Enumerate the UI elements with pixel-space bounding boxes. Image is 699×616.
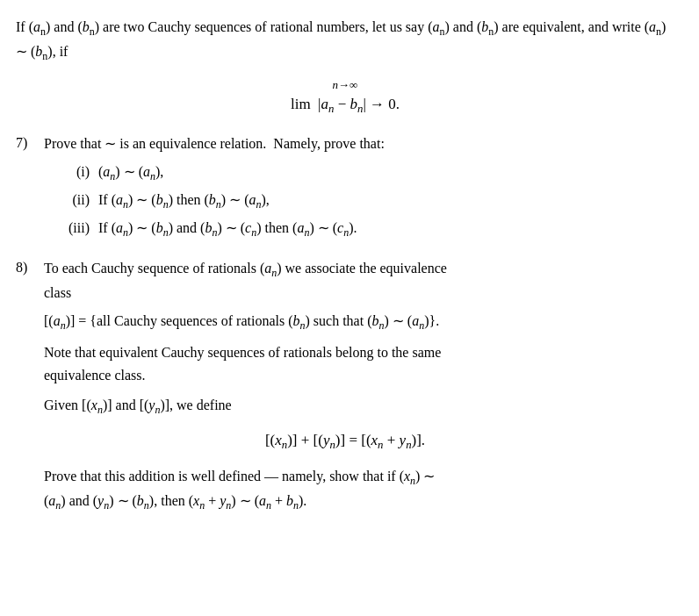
subitem-iii-text: If (an) ∼ (bn) and (bn) ∼ (cn) then (an)… xyxy=(98,220,357,235)
problem-8-number: 8) xyxy=(16,257,44,278)
problem-8-text: To each Cauchy sequence of rationals (an… xyxy=(44,257,674,304)
set-definition: [(an)] = {all Cauchy sequences of ration… xyxy=(44,310,674,334)
subitem-iii: (iii) If (an) ∼ (bn) and (bn) ∼ (cn) the… xyxy=(58,216,674,242)
subitem-ii: (ii) If (an) ∼ (bn) then (bn) ∼ (an), xyxy=(58,188,674,214)
addition-formula: [(xn)] + [(yn)] = [(xn + yn)]. xyxy=(16,429,674,455)
problem-7-number: 7) xyxy=(16,133,44,154)
problem-7-subitems: (i) (an) ∼ (an), (ii) If (an) ∼ (bn) the… xyxy=(58,160,674,241)
limit-formula: n→∞ lim |an − bn| → 0. xyxy=(16,76,674,118)
intro-text: If (an) and (bn) are two Cauchy sequence… xyxy=(16,19,666,59)
subitem-i-label: (i) xyxy=(58,160,90,183)
problem-8: 8) To each Cauchy sequence of rationals … xyxy=(16,257,674,514)
limit-subscript: n→∞ xyxy=(291,76,400,94)
problem-8-header: 8) To each Cauchy sequence of rationals … xyxy=(16,257,674,304)
prove-text: Prove that this addition is well defined… xyxy=(44,465,674,515)
subitem-i-text: (an) ∼ (an), xyxy=(98,164,163,179)
subitem-ii-text: If (an) ∼ (bn) then (bn) ∼ (an), xyxy=(98,192,270,207)
intro-paragraph: If (an) and (bn) are two Cauchy sequence… xyxy=(16,16,674,66)
given-text: Given [(xn)] and [(yn)], we define xyxy=(44,394,674,419)
subitem-iii-label: (iii) xyxy=(58,216,90,240)
note-text: Note that equivalent Cauchy sequences of… xyxy=(44,341,674,386)
limit-expression: lim |an − bn| → 0. xyxy=(291,93,400,118)
problem-7-text: Prove that ∼ is an equivalence relation.… xyxy=(44,133,674,155)
subitem-i: (i) (an) ∼ (an), xyxy=(58,160,674,186)
subitem-ii-label: (ii) xyxy=(58,188,90,211)
problem-7: 7) Prove that ∼ is an equivalence relati… xyxy=(16,133,674,241)
problem-7-header: 7) Prove that ∼ is an equivalence relati… xyxy=(16,133,674,155)
